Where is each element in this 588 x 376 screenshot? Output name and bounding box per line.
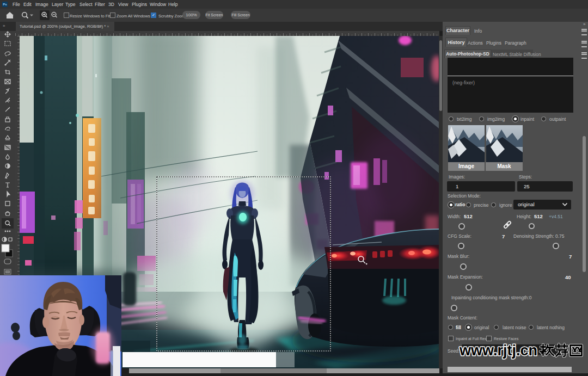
svg-text:www.rjtj.cn: www.rjtj.cn	[459, 342, 537, 359]
